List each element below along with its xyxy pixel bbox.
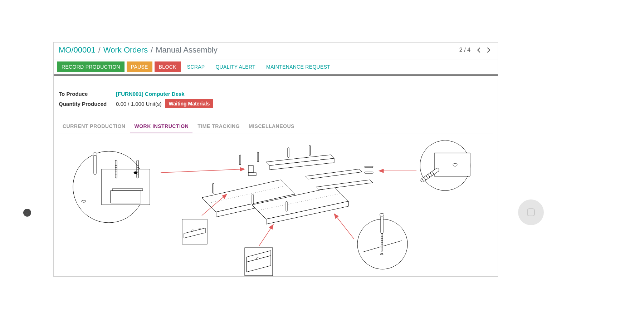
to-produce-row: To Produce [FURN001] Computer Desk	[59, 91, 493, 97]
to-produce-label: To Produce	[59, 91, 116, 97]
svg-point-32	[256, 258, 259, 259]
content-area: To Produce [FURN001] Computer Desk Quant…	[54, 76, 498, 276]
svg-point-27	[380, 253, 383, 255]
header-row: MO/00001 / Work Orders / Manual Assembly…	[54, 43, 498, 59]
tab-work-instruction[interactable]: WORK INSTRUCTION	[130, 120, 192, 133]
status-badge: Waiting Materials	[165, 99, 214, 108]
svg-point-5	[82, 200, 86, 202]
svg-rect-19	[248, 173, 256, 176]
record-production-button[interactable]: RECORD PRODUCTION	[57, 61, 125, 72]
svg-point-21	[453, 163, 457, 166]
pager-next-button[interactable]	[485, 46, 493, 54]
pager-position: 2 / 4	[459, 47, 470, 53]
breadcrumb-current: Manual Assembly	[156, 45, 217, 55]
tab-time-tracking[interactable]: TIME TRACKING	[194, 120, 244, 133]
quantity-produced-value: 0.00 / 1.000 Unit(s)	[116, 101, 162, 107]
svg-point-25	[380, 213, 384, 216]
pager-prev-button[interactable]	[475, 46, 483, 54]
svg-line-36	[334, 214, 354, 239]
tabs: CURRENT PRODUCTION WORK INSTRUCTION TIME…	[59, 120, 493, 133]
pause-button[interactable]: PAUSE	[127, 61, 152, 72]
svg-rect-13	[213, 183, 214, 193]
tab-miscellaneous[interactable]: MISCELLANEOUS	[245, 120, 298, 133]
breadcrumb-separator: /	[98, 45, 101, 55]
svg-rect-9	[239, 155, 241, 165]
breadcrumb-workorders-link[interactable]: Work Orders	[103, 45, 148, 55]
assembly-diagram-icon	[59, 140, 493, 276]
breadcrumb-mo-link[interactable]: MO/00001	[59, 45, 96, 55]
scrap-button[interactable]: SCRAP	[183, 61, 209, 72]
svg-rect-15	[286, 201, 287, 211]
chevron-right-icon	[487, 48, 491, 53]
maintenance-request-button[interactable]: MAINTENANCE REQUEST	[262, 61, 335, 72]
device-home-button[interactable]	[518, 199, 544, 225]
svg-rect-14	[252, 194, 253, 204]
svg-rect-10	[257, 152, 259, 162]
svg-line-33	[161, 169, 245, 173]
pager: 2 / 4	[459, 46, 493, 54]
svg-rect-4	[137, 160, 138, 178]
block-button[interactable]: BLOCK	[155, 61, 181, 72]
breadcrumb-separator: /	[151, 45, 153, 55]
svg-point-2	[93, 153, 97, 155]
quantity-produced-label: Quantity Produced	[59, 101, 116, 107]
svg-rect-11	[288, 148, 289, 158]
quality-alert-button[interactable]: QUALITY ALERT	[211, 61, 260, 72]
quantity-produced-row: Quantity Produced 0.00 / 1.000 Unit(s) W…	[59, 99, 493, 108]
to-produce-value-link[interactable]: [FURN001] Computer Desk	[116, 91, 185, 97]
work-order-panel: MO/00001 / Work Orders / Manual Assembly…	[53, 42, 498, 277]
svg-rect-12	[309, 145, 311, 155]
svg-rect-1	[94, 155, 96, 174]
tab-current-production[interactable]: CURRENT PRODUCTION	[59, 120, 129, 133]
svg-rect-18	[248, 166, 253, 173]
svg-rect-3	[115, 160, 117, 178]
svg-rect-16	[365, 172, 373, 173]
breadcrumb: MO/00001 / Work Orders / Manual Assembly	[59, 45, 218, 55]
action-bar: RECORD PRODUCTION PAUSE BLOCK SCRAP QUAL…	[54, 59, 498, 76]
svg-line-35	[259, 224, 273, 246]
svg-rect-17	[365, 166, 373, 168]
svg-point-29	[192, 230, 194, 231]
svg-point-30	[199, 228, 201, 229]
svg-rect-24	[381, 216, 383, 233]
device-camera-dot: ··	[23, 209, 31, 217]
home-icon	[527, 208, 535, 216]
chevron-left-icon	[477, 48, 480, 53]
work-instruction-diagram	[59, 140, 493, 276]
svg-point-6	[134, 172, 137, 174]
